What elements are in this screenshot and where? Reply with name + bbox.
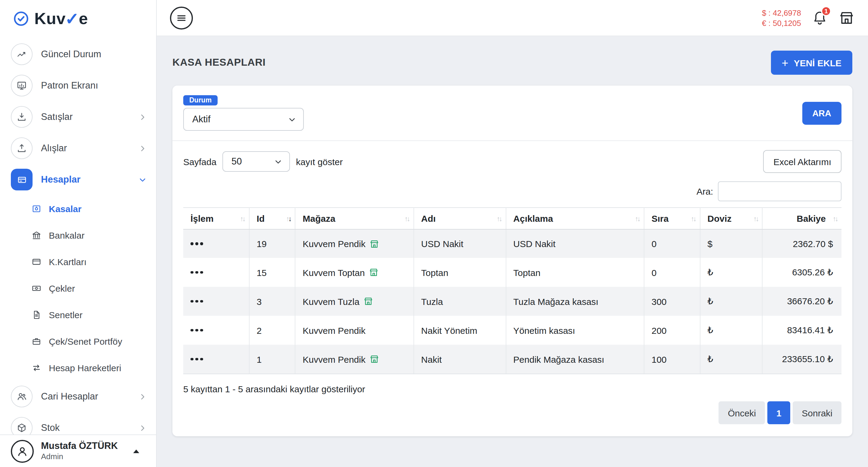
sidebar-subitem-hesap-hareketleri[interactable]: Hesap Hareketleri <box>0 354 156 381</box>
header-id[interactable]: Id↑↓ <box>249 208 295 229</box>
cell-aciklama: Yönetim kasası <box>506 316 644 345</box>
sort-icon-active: ↑↓ <box>286 215 290 222</box>
plus-icon: + <box>781 57 788 68</box>
table-header-row: İşlem↑↓ Id↑↓ Mağaza↑↓ Adı↑↓ Açıklama↑↓ S… <box>183 208 841 229</box>
row-actions-button[interactable] <box>190 298 241 305</box>
storefront-icon <box>838 10 855 26</box>
hamburger-menu-button[interactable] <box>170 6 193 29</box>
sidebar-subitem-label: Çekler <box>49 283 75 293</box>
cell-adi: Nakit <box>413 345 506 374</box>
store-icon <box>364 297 373 306</box>
sidebar-item-cari-hesaplar[interactable]: Cari Hesaplar <box>0 381 156 412</box>
sidebar-item-stok[interactable]: Stok <box>0 412 156 434</box>
chevron-down-icon <box>288 115 296 123</box>
user-role: Admin <box>41 452 118 461</box>
page-size-prefix: Sayfada <box>183 156 216 166</box>
sort-icon: ↑↓ <box>240 215 244 222</box>
cell-sira: 200 <box>644 316 700 345</box>
eur-rate: € : 50,1205 <box>762 18 801 28</box>
row-actions-button[interactable] <box>190 355 241 363</box>
user-menu[interactable]: Mustafa ÖZTÜRK Admin <box>0 434 156 467</box>
sidebar-menu: Güncel Durum Patron Ekranı Satışlar Alış… <box>0 37 156 434</box>
credit-card-icon <box>31 256 41 267</box>
row-actions-button[interactable] <box>190 326 241 334</box>
cell-sira: 0 <box>644 229 700 258</box>
page-title: KASA HESAPLARI <box>173 57 266 69</box>
table-search-input[interactable] <box>718 181 841 201</box>
status-filter: Durum Aktif <box>183 95 304 131</box>
chevron-down-icon <box>138 176 147 184</box>
sidebar-item-satislar[interactable]: Satışlar <box>0 101 156 132</box>
accounts-card-icon <box>11 169 33 190</box>
sidebar-item-label: Hesaplar <box>41 174 130 185</box>
header-islem[interactable]: İşlem↑↓ <box>183 208 249 229</box>
store-button[interactable] <box>838 10 855 26</box>
table-row: 1 Kuvvem Pendik Nakit Pendik Mağaza kasa… <box>183 345 841 374</box>
document-icon <box>31 309 41 320</box>
cell-bakiye: 36676.20 ₺ <box>763 287 841 316</box>
sidebar: Kuv✓e Güncel Durum Patron Ekranı Satışla… <box>0 0 157 467</box>
cell-doviz: $ <box>700 229 762 258</box>
cell-id: 1 <box>249 345 295 374</box>
excel-export-button[interactable]: Excel Aktarımı <box>763 150 841 173</box>
banknote-icon <box>31 283 41 293</box>
cell-sira: 300 <box>644 287 700 316</box>
transfer-arrows-icon <box>31 363 41 373</box>
table-search: Ara: <box>183 181 841 201</box>
sidebar-item-alislar[interactable]: Alışlar <box>0 132 156 164</box>
sidebar-subitem-label: Kasalar <box>49 204 82 214</box>
pagination-page-1-button[interactable]: 1 <box>767 401 790 424</box>
box-icon <box>11 417 33 434</box>
status-select[interactable]: Aktif <box>183 108 304 131</box>
main-area: $ : 42,6978 € : 50,1205 1 KASA HESAPLARI… <box>157 0 868 467</box>
search-button[interactable]: ARA <box>802 101 841 124</box>
header-magaza[interactable]: Mağaza↑↓ <box>295 208 413 229</box>
sidebar-item-label: Stok <box>41 423 130 433</box>
sidebar-subitem-cekler[interactable]: Çekler <box>0 275 156 301</box>
cell-id: 15 <box>249 258 295 287</box>
notifications-button[interactable]: 1 <box>812 10 828 26</box>
divider <box>173 141 852 141</box>
header-adi[interactable]: Adı↑↓ <box>413 208 506 229</box>
dashboard-monitor-icon <box>11 75 33 96</box>
sidebar-item-guncel-durum[interactable]: Güncel Durum <box>0 38 156 70</box>
sidebar-item-hesaplar[interactable]: Hesaplar <box>0 164 156 195</box>
sidebar-subitem-kasalar[interactable]: Kasalar <box>0 195 156 222</box>
sort-icon: ↑↓ <box>497 215 501 222</box>
chevron-right-icon <box>138 113 147 121</box>
sidebar-subitem-bankalar[interactable]: Bankalar <box>0 222 156 248</box>
cell-doviz: ₺ <box>700 316 762 345</box>
status-filter-label: Durum <box>183 95 218 105</box>
topbar: $ : 42,6978 € : 50,1205 1 <box>157 0 868 36</box>
sidebar-subitem-kkartlari[interactable]: K.Kartları <box>0 248 156 275</box>
cell-id: 2 <box>249 316 295 345</box>
page-size-select[interactable]: 50 <box>222 151 290 172</box>
table-row: 15 Kuvvem Toptan Toptan Toptan 0 ₺ 6305.… <box>183 258 841 287</box>
sidebar-subitem-label: Bankalar <box>49 230 84 240</box>
sidebar-item-patron-ekrani[interactable]: Patron Ekranı <box>0 70 156 101</box>
header-doviz[interactable]: Doviz↑↓ <box>700 208 762 229</box>
pagination-prev-button[interactable]: Önceki <box>719 401 765 424</box>
sidebar-subitem-label: K.Kartları <box>49 256 87 267</box>
sidebar-subitem-senetler[interactable]: Senetler <box>0 301 156 328</box>
cell-adi: Tuzla <box>413 287 506 316</box>
header-aciklama[interactable]: Açıklama↑↓ <box>506 208 644 229</box>
header-bakiye[interactable]: Bakiye↑↓ <box>763 208 841 229</box>
cell-magaza: Kuvvem Toptan <box>295 258 413 287</box>
cell-adi: USD Nakit <box>413 229 506 258</box>
row-actions-button[interactable] <box>190 240 241 248</box>
bank-icon <box>31 230 41 240</box>
sidebar-subitem-cek-senet-portfoy[interactable]: Çek/Senet Portföy <box>0 328 156 354</box>
table-row: 19 Kuvvem Pendik USD Nakit USD Nakit 0 $… <box>183 229 841 258</box>
cell-magaza: Kuvvem Tuzla <box>295 287 413 316</box>
sidebar-subitem-label: Çek/Senet Portföy <box>49 336 122 346</box>
cell-aciklama: Tuzla Mağaza kasası <box>506 287 644 316</box>
topbar-right: $ : 42,6978 € : 50,1205 1 <box>762 7 855 28</box>
chevron-right-icon <box>138 424 147 432</box>
row-actions-button[interactable] <box>190 269 241 276</box>
header-sira[interactable]: Sıra↑↓ <box>644 208 700 229</box>
store-icon <box>370 354 379 364</box>
add-new-button[interactable]: + YENİ EKLE <box>771 51 852 75</box>
avatar <box>11 440 34 463</box>
pagination-next-button[interactable]: Sonraki <box>793 401 841 424</box>
